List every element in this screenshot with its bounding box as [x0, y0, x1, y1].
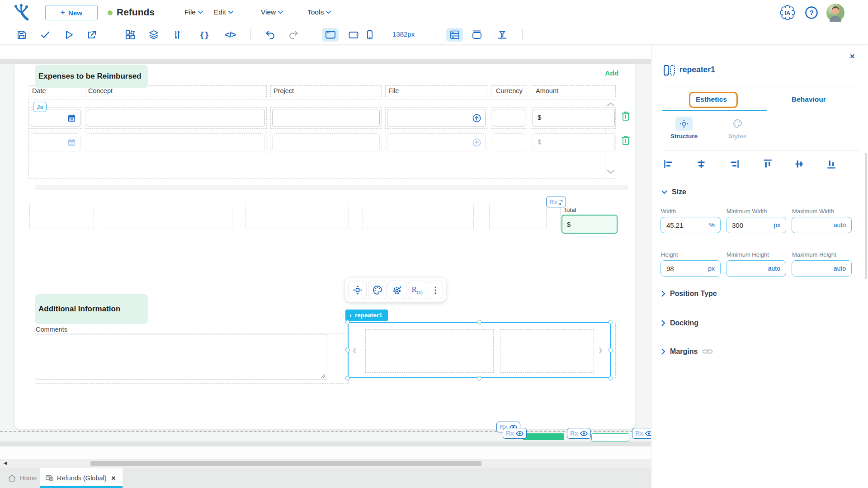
column-header-amount[interactable]: Amount: [531, 85, 616, 97]
design-canvas[interactable]: Expenses to be Reimbursed Add Date Conce…: [14, 64, 635, 429]
project-input[interactable]: [272, 133, 380, 151]
amount-input[interactable]: $: [533, 109, 615, 127]
docking-section[interactable]: Docking: [661, 319, 698, 327]
settings-ai-button[interactable]: [388, 281, 406, 299]
container-frame-icon[interactable]: [472, 29, 482, 40]
max-width-unit[interactable]: auto: [834, 221, 846, 229]
undo-icon[interactable]: [265, 29, 276, 40]
align-middle-vertical-icon[interactable]: [793, 158, 805, 170]
max-height-unit[interactable]: auto: [834, 265, 846, 272]
tablet-viewport-icon[interactable]: [348, 29, 359, 40]
total-row-cell[interactable]: [29, 204, 94, 229]
braces-icon[interactable]: { }: [200, 30, 208, 40]
scroll-left-arrow-icon[interactable]: ◀: [4, 460, 7, 465]
save-icon[interactable]: [16, 29, 27, 40]
align-left-icon[interactable]: [663, 158, 675, 170]
app-logo[interactable]: [13, 4, 31, 22]
calendar-icon[interactable]: [67, 113, 76, 123]
min-height-unit[interactable]: auto: [768, 265, 780, 272]
desktop-viewport-icon[interactable]: [322, 28, 339, 42]
rx-visibility-badge[interactable]: Rx: [503, 428, 527, 439]
layout-panels-icon[interactable]: [446, 28, 463, 42]
file-input[interactable]: [387, 109, 486, 127]
total-amount-input[interactable]: $: [561, 215, 618, 234]
total-row-cell[interactable]: [489, 204, 547, 229]
export-icon[interactable]: [86, 29, 97, 40]
styles-palette-button[interactable]: [368, 281, 387, 299]
avatar[interactable]: [826, 4, 844, 22]
currency-input[interactable]: [493, 133, 525, 151]
new-button[interactable]: + New: [45, 5, 98, 20]
concept-input[interactable]: [87, 133, 265, 151]
rx-visibility-badge[interactable]: Rx: [567, 428, 591, 439]
panel-scrollbar-thumb[interactable]: [865, 153, 867, 279]
viewport-width-value[interactable]: 1382px: [392, 30, 415, 38]
tab-close-icon[interactable]: ✕: [111, 475, 116, 482]
help-icon[interactable]: ?: [805, 6, 818, 19]
flow-icon[interactable]: [172, 29, 183, 40]
tab-refunds-global[interactable]: Refunds (Global) ✕: [40, 468, 123, 488]
resize-handle-n[interactable]: [477, 320, 481, 324]
total-row-cell[interactable]: [245, 204, 349, 229]
tab-home[interactable]: Home: [8, 468, 37, 488]
comments-textarea[interactable]: [36, 334, 327, 380]
date-input[interactable]: [31, 133, 80, 151]
grid-scroll-down-icon[interactable]: [607, 169, 615, 174]
min-width-input[interactable]: 300 px: [726, 217, 786, 233]
upload-icon[interactable]: [472, 113, 481, 123]
amount-input[interactable]: $: [533, 133, 615, 151]
expenses-section-header[interactable]: Expenses to be Reimbursed: [35, 65, 148, 88]
max-height-input[interactable]: auto: [792, 260, 852, 277]
menu-file[interactable]: File: [184, 8, 203, 16]
margins-section[interactable]: Margins: [661, 347, 713, 356]
hidden-widget-outline[interactable]: [591, 433, 629, 441]
currency-input[interactable]: [493, 109, 525, 127]
canvas-bottom-scrollbar[interactable]: [0, 441, 651, 446]
subtab-styles[interactable]: Styles: [717, 133, 758, 140]
height-input[interactable]: 98 px: [660, 260, 721, 277]
js-event-badge[interactable]: Js: [33, 102, 47, 112]
canvas-top-scrollbar[interactable]: [0, 59, 651, 64]
carousel-next-icon[interactable]: ›: [599, 343, 603, 357]
align-center-horizontal-icon[interactable]: [695, 158, 707, 170]
add-row-link[interactable]: Add: [605, 69, 618, 77]
resize-handle-s[interactable]: [477, 376, 481, 380]
resize-handle-ne[interactable]: [609, 320, 613, 324]
move-widget-button[interactable]: [348, 281, 367, 299]
resize-handle-e[interactable]: [609, 348, 613, 352]
column-header-project[interactable]: Project: [270, 85, 382, 97]
selected-widget-tag[interactable]: ‹ repeater1: [345, 310, 388, 321]
delete-row-icon[interactable]: [621, 111, 631, 122]
resize-handle-nw[interactable]: [345, 320, 350, 324]
min-width-unit[interactable]: px: [774, 221, 780, 229]
scrollbar-thumb[interactable]: [90, 461, 481, 466]
resize-handle-sw[interactable]: [345, 376, 350, 380]
rx-formula-badge[interactable]: Rx =xa: [546, 197, 566, 207]
formula-rx-button[interactable]: R(x): [408, 281, 426, 299]
run-icon[interactable]: [63, 29, 74, 40]
position-type-section[interactable]: Position Type: [661, 290, 717, 298]
layers-icon[interactable]: [148, 29, 159, 40]
components-icon[interactable]: [125, 29, 136, 40]
funnel-align-icon[interactable]: [497, 29, 508, 40]
menu-edit[interactable]: Edit: [214, 8, 233, 16]
upload-icon[interactable]: [472, 138, 481, 147]
max-width-input[interactable]: auto: [792, 217, 852, 233]
menu-tools[interactable]: Tools: [307, 8, 331, 16]
ai-assistant-icon[interactable]: IA: [779, 5, 796, 21]
code-icon[interactable]: </>: [225, 30, 236, 40]
total-row-cell[interactable]: [363, 204, 474, 229]
column-header-currency[interactable]: Currency: [491, 85, 527, 97]
height-unit[interactable]: px: [708, 265, 715, 272]
grid-scroll-up-icon[interactable]: [607, 102, 615, 107]
width-unit[interactable]: %: [709, 221, 715, 229]
redo-icon[interactable]: [288, 29, 299, 40]
align-top-icon[interactable]: [762, 158, 774, 170]
total-row-cell[interactable]: [106, 204, 232, 229]
column-header-file[interactable]: File: [385, 85, 487, 97]
align-bottom-icon[interactable]: [826, 158, 837, 170]
structure-move-icon[interactable]: [675, 117, 693, 131]
tab-behaviour[interactable]: Behaviour: [792, 95, 826, 103]
subtab-structure[interactable]: Structure: [664, 133, 704, 140]
horizontal-scrollbar[interactable]: ◀: [0, 459, 651, 468]
